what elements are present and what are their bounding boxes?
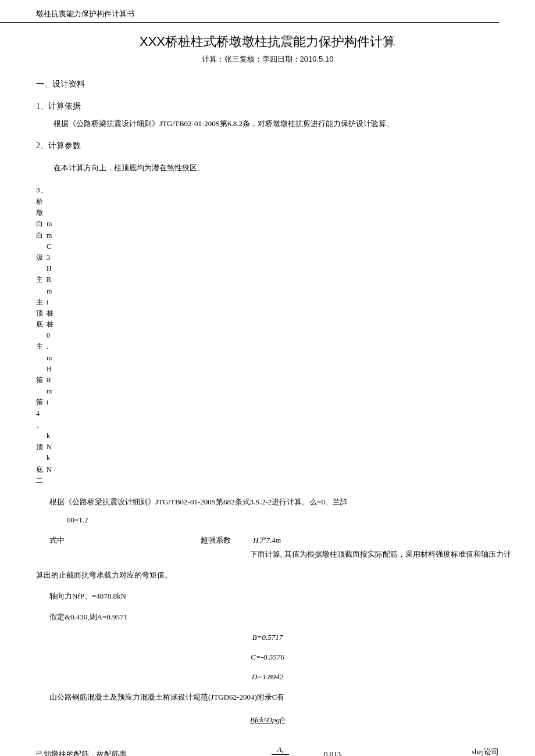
param-table: 桥墩 白m 白m C 汲3 H 主R m 主i 顶桩 底桩 0 主. m H 箍…	[36, 196, 535, 486]
section-heading-1: 一、设计资料	[36, 79, 535, 89]
param-row: H	[36, 263, 535, 274]
param-cell: 白	[36, 230, 47, 241]
header-text: 墩柱抗喪能力保护构件计算书	[36, 9, 134, 18]
body-paragraph: 算出的止截而抗弯承载力对应的弯矩值。	[36, 570, 535, 581]
param-row: 汲3	[36, 252, 535, 263]
param-cell: 底	[36, 319, 47, 330]
param-row: 底N	[36, 464, 535, 475]
formula-value: Hア7.4m	[253, 535, 281, 546]
param-row: m	[36, 286, 535, 297]
param-cell	[36, 431, 47, 442]
param-cell: 桩	[47, 319, 58, 330]
subsection-1-3: 3、	[36, 185, 535, 195]
axial-force: 轴向力NfP、=4878.8kN	[49, 592, 126, 600]
param-cell	[36, 386, 47, 397]
equation-main: Bfck^Dpgf^	[0, 715, 535, 725]
param-cell: .	[47, 341, 58, 352]
formula-row: 式中 超强系数 Hア7.4m	[49, 535, 535, 546]
param-cell: 主	[36, 274, 47, 285]
param-row: C	[36, 241, 535, 252]
param-row: 箍R	[36, 375, 535, 386]
param-row: 二	[36, 475, 535, 486]
param-row: 主.	[36, 341, 535, 352]
param-row: 0	[36, 330, 535, 341]
param-cell: 0	[47, 330, 58, 341]
param-cell: C	[47, 241, 58, 252]
param-row: 顶N	[36, 442, 535, 453]
param-cell: N	[47, 442, 58, 453]
param-cell: R	[47, 375, 58, 386]
formula-label: 式中	[49, 535, 201, 546]
param-row: 主i	[36, 297, 535, 308]
body-paragraph: 山公路钢筋混凝土及预应力混凝土桥涵设计规范(JTGD62-2004)附录C有	[49, 692, 535, 703]
param-row: 顶桩	[36, 308, 535, 319]
subsection-1-1-text: 根据《公路桥梁抗震设计细则》JTG/TB02-01-200S第6.8.2条，对桥…	[54, 119, 535, 129]
param-cell: 汲	[36, 252, 47, 263]
page-title: XXX桥桩柱式桥墩墩柱抗震能力保护构件计算	[0, 33, 535, 51]
param-cell	[47, 196, 58, 218]
param-cell: k	[47, 453, 58, 464]
param-cell	[36, 263, 47, 274]
param-row: 桥墩	[36, 196, 535, 218]
subsection-1-2-text: 在本计算方向上，柱顶底均为潜在煞性狡区。	[54, 163, 535, 173]
param-cell: R	[47, 274, 58, 285]
param-cell: k	[47, 431, 58, 442]
param-cell: m	[47, 230, 58, 241]
page-subtitle: 计算：张三复核：李四日期：2010.5.10	[0, 54, 535, 65]
param-row: k	[36, 431, 535, 442]
param-row: m	[36, 353, 535, 364]
body-paragraph: 00=1.2	[67, 515, 535, 525]
param-cell: 底	[36, 464, 47, 475]
param-cell: m	[47, 218, 58, 230]
param-cell: m	[47, 353, 58, 364]
param-cell: m	[47, 386, 58, 397]
param-cell: 顶	[36, 308, 47, 319]
param-cell: 桩	[47, 308, 58, 319]
param-row: 底桩	[36, 319, 535, 330]
param-cell	[36, 286, 47, 297]
subsection-1-2: 2、计算参数	[36, 141, 535, 151]
header-bar: 墩柱抗喪能力保护构件计算书	[0, 0, 499, 23]
param-row: 主R	[36, 274, 535, 285]
param-row: m	[36, 386, 535, 397]
param-cell: 白	[36, 218, 47, 230]
body-paragraph: 轴向力NfP、=4878.8kN	[49, 591, 535, 601]
body-paragraph: 假定&0.430,则A=0.9571	[49, 612, 535, 622]
param-cell: 、	[36, 420, 47, 431]
subsection-1-1: 1、计算依据	[36, 101, 535, 112]
body-paragraph: 根据《公路桥梁抗震设计细则》JTG/TB02-01-200S第682条式3.S.…	[49, 497, 535, 507]
footer-text: shej讼司	[472, 747, 499, 756]
param-cell	[36, 364, 47, 375]
param-row: 白m	[36, 230, 535, 241]
param-cell: 顶	[36, 442, 47, 453]
param-cell: 4	[36, 409, 47, 420]
param-cell: 箍	[36, 375, 47, 386]
param-cell: 桥墩	[36, 196, 47, 218]
equation-d: D=1.8942	[0, 672, 535, 682]
param-cell: 箍	[36, 397, 47, 408]
param-cell: 3	[47, 252, 58, 263]
param-cell	[47, 409, 58, 420]
param-cell	[36, 453, 47, 464]
param-cell	[36, 330, 47, 341]
formula-desc: 下而计算, 其值为根据墩柱顶截而按实际配筋，采用材料强度标准值和轴压力计	[250, 549, 535, 560]
param-cell: H	[47, 364, 58, 375]
param-cell: m	[47, 286, 58, 297]
param-cell: H	[47, 263, 58, 274]
fraction: A, 71V	[272, 745, 289, 756]
reinforcement-ratio-row: 己知墩柱的配筋，故配筋率 A, 71V 0.013	[36, 745, 535, 756]
param-row: k	[36, 453, 535, 464]
param-cell	[36, 353, 47, 364]
param-cell	[36, 241, 47, 252]
formula-label: 超强系数	[201, 535, 253, 546]
param-row: H	[36, 364, 535, 375]
param-cell	[47, 420, 58, 431]
fraction-result: 0.013	[324, 750, 341, 756]
equation-b: B=0.5717	[0, 633, 535, 642]
param-row: 白m	[36, 218, 535, 230]
param-row: 、	[36, 420, 535, 431]
frac-label: 己知墩柱的配筋，故配筋率	[36, 749, 272, 756]
param-row: 4	[36, 409, 535, 420]
fraction-numerator: A,	[277, 745, 283, 754]
param-cell: i	[47, 397, 58, 408]
